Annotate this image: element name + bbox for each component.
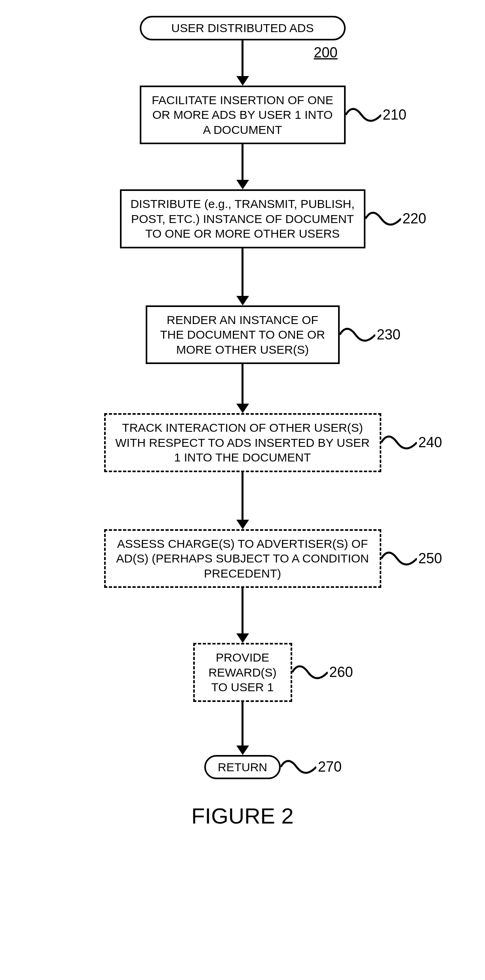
node-230: RENDER AN INSTANCE OF THE DOCUMENT TO ON…	[146, 305, 340, 364]
flowchart: USER DISTRIBUTED ADS 200 FACILITATE INSE…	[25, 16, 460, 829]
ref-270-label: 270	[318, 759, 342, 775]
node-260: PROVIDE REWARD(S) TO USER 1	[193, 643, 292, 702]
lead-line-icon	[365, 209, 401, 229]
ref-220: 220	[365, 209, 426, 229]
ref-240: 240	[381, 433, 442, 452]
ref-230-label: 230	[377, 326, 401, 343]
node-220: DISTRIBUTE (e.g., TRANSMIT, PUBLISH, POS…	[120, 189, 365, 248]
flow-column: USER DISTRIBUTED ADS 200 FACILITATE INSE…	[25, 16, 460, 779]
lead-line-icon	[381, 433, 417, 452]
ref-270: 270	[281, 757, 342, 777]
end-wrap: RETURN 270	[204, 755, 281, 780]
node-220-wrap: DISTRIBUTE (e.g., TRANSMIT, PUBLISH, POS…	[120, 189, 365, 248]
node-230-wrap: RENDER AN INSTANCE OF THE DOCUMENT TO ON…	[146, 305, 340, 364]
ref-210-label: 210	[383, 107, 407, 123]
ref-230: 230	[340, 325, 401, 345]
start-text: USER DISTRIBUTED ADS	[171, 21, 314, 34]
node-240-text: TRACK INTERACTION OF OTHER USER(S) WITH …	[115, 421, 369, 464]
lead-line-icon	[292, 662, 328, 682]
node-240-wrap: TRACK INTERACTION OF OTHER USER(S) WITH …	[104, 413, 381, 472]
node-210-text: FACILITATE INSERTION OF ONE OR MORE ADS …	[152, 93, 333, 136]
lead-line-icon	[340, 325, 375, 345]
node-230-text: RENDER AN INSTANCE OF THE DOCUMENT TO ON…	[160, 313, 325, 356]
node-210-wrap: FACILITATE INSERTION OF ONE OR MORE ADS …	[140, 86, 346, 145]
ref-260: 260	[292, 662, 353, 682]
lead-line-icon	[281, 757, 316, 777]
node-250-text: ASSESS CHARGE(S) TO ADVERTISER(S) OF AD(…	[116, 537, 369, 580]
title-ref: 200	[314, 44, 338, 61]
arrow-3	[236, 248, 249, 305]
ref-220-label: 220	[403, 210, 426, 227]
ref-210: 210	[346, 105, 407, 125]
end-node: RETURN	[204, 755, 281, 780]
arrow-5	[236, 472, 249, 529]
ref-250-label: 250	[418, 550, 442, 567]
node-260-text: PROVIDE REWARD(S) TO USER 1	[208, 651, 276, 694]
start-node: USER DISTRIBUTED ADS	[140, 16, 346, 40]
arrow-6	[236, 588, 249, 643]
lead-line-icon	[346, 105, 381, 125]
node-250: ASSESS CHARGE(S) TO ADVERTISER(S) OF AD(…	[104, 529, 381, 588]
arrow-7	[236, 702, 249, 755]
ref-260-label: 260	[329, 664, 353, 681]
node-260-wrap: PROVIDE REWARD(S) TO USER 1 260	[193, 643, 292, 702]
start-wrap: USER DISTRIBUTED ADS 200	[140, 16, 346, 40]
node-220-text: DISTRIBUTE (e.g., TRANSMIT, PUBLISH, POS…	[130, 197, 354, 240]
end-text: RETURN	[218, 761, 267, 774]
node-210: FACILITATE INSERTION OF ONE OR MORE ADS …	[140, 86, 346, 145]
node-240: TRACK INTERACTION OF OTHER USER(S) WITH …	[104, 413, 381, 472]
arrow-2	[236, 144, 249, 189]
lead-line-icon	[381, 549, 417, 568]
ref-240-label: 240	[418, 434, 442, 451]
ref-250: 250	[381, 549, 442, 568]
node-250-wrap: ASSESS CHARGE(S) TO ADVERTISER(S) OF AD(…	[104, 529, 381, 588]
arrow-4	[236, 364, 249, 413]
arrow-1	[236, 40, 249, 86]
figure-label: FIGURE 2	[25, 803, 460, 829]
